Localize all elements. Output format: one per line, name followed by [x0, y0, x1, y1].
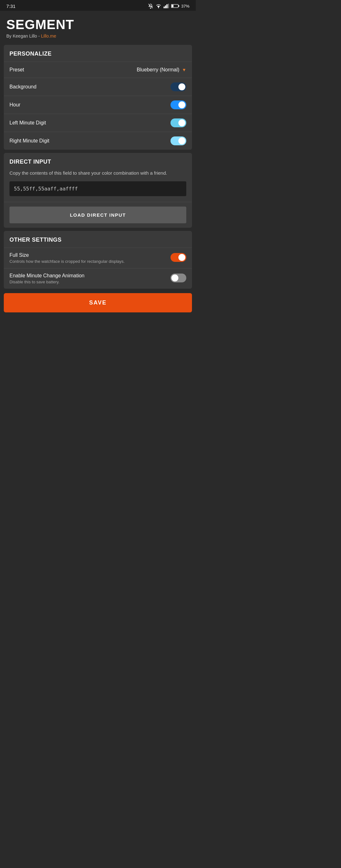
- mute-icon: [148, 3, 153, 9]
- right-minute-toggle-knob: [178, 137, 185, 144]
- background-toggle-knob: [178, 83, 185, 90]
- preset-value-text: Blueberry (Normal): [137, 67, 179, 73]
- svg-rect-1: [163, 7, 165, 8]
- status-time: 7:31: [6, 3, 16, 9]
- battery-text: 37%: [181, 4, 189, 8]
- right-minute-label: Right Minute Digit: [9, 138, 49, 144]
- load-direct-input-button[interactable]: LOAD DIRECT INPUT: [9, 207, 186, 223]
- left-minute-toggle[interactable]: [170, 119, 186, 127]
- svg-rect-4: [168, 4, 169, 8]
- signal-icon: [163, 3, 169, 8]
- app-header: SEGMENT By Keegan Lillo - Lillo.me: [0, 11, 196, 42]
- minute-anim-toggle[interactable]: [170, 274, 186, 282]
- minute-anim-toggle-knob: [172, 275, 178, 281]
- svg-rect-2: [165, 5, 166, 8]
- left-minute-row: Left Minute Digit: [4, 114, 192, 132]
- background-row: Background: [4, 78, 192, 96]
- preset-row[interactable]: Preset Blueberry (Normal) ▼: [4, 62, 192, 78]
- hour-row: Hour: [4, 96, 192, 114]
- direct-input-description: Copy the contents of this field to share…: [4, 169, 192, 181]
- minute-anim-row: Enable Minute Change Animation Disable t…: [4, 268, 192, 289]
- direct-input-card: DIRECT INPUT Copy the contents of this f…: [4, 153, 192, 228]
- minute-anim-label: Enable Minute Change Animation: [9, 273, 167, 279]
- full-size-toggle-knob: [178, 254, 185, 261]
- status-icons: 37%: [148, 3, 189, 9]
- full-size-text: Full Size Controls how the watchface is …: [9, 252, 167, 264]
- hour-toggle[interactable]: [170, 100, 186, 109]
- other-settings-title: OTHER SETTINGS: [4, 231, 192, 248]
- personalize-title: PERSONALIZE: [4, 45, 192, 62]
- personalize-card: PERSONALIZE Preset Blueberry (Normal) ▼ …: [4, 45, 192, 150]
- minute-anim-text: Enable Minute Change Animation Disable t…: [9, 273, 167, 284]
- full-size-label: Full Size: [9, 252, 167, 258]
- full-size-toggle[interactable]: [170, 253, 186, 262]
- left-minute-toggle-knob: [178, 119, 185, 126]
- right-minute-row: Right Minute Digit: [4, 132, 192, 150]
- hour-label: Hour: [9, 102, 21, 108]
- hour-toggle-knob: [178, 101, 185, 108]
- battery-icon: [171, 4, 179, 8]
- status-bar: 7:31 37%: [0, 0, 196, 11]
- wifi-icon: [155, 3, 162, 8]
- minute-anim-description: Disable this to save battery.: [9, 280, 167, 284]
- preset-label: Preset: [9, 67, 24, 73]
- full-size-description: Controls how the watchface is cropped fo…: [9, 259, 167, 264]
- app-title: SEGMENT: [6, 17, 189, 32]
- svg-rect-7: [172, 5, 173, 7]
- app-subtitle: By Keegan Lillo - Lillo.me: [6, 33, 189, 38]
- svg-rect-3: [166, 4, 168, 8]
- svg-rect-6: [178, 5, 179, 7]
- right-minute-toggle[interactable]: [170, 136, 186, 145]
- preset-value-container[interactable]: Blueberry (Normal) ▼: [137, 67, 186, 73]
- save-button[interactable]: SAVE: [4, 293, 192, 312]
- svg-point-0: [158, 7, 159, 8]
- background-toggle[interactable]: [170, 83, 186, 91]
- left-minute-label: Left Minute Digit: [9, 120, 46, 126]
- direct-input-title: DIRECT INPUT: [4, 153, 192, 169]
- background-label: Background: [9, 84, 36, 90]
- divider: [4, 202, 192, 202]
- direct-input-field[interactable]: [9, 181, 186, 196]
- chevron-down-icon: ▼: [182, 67, 186, 72]
- full-size-row: Full Size Controls how the watchface is …: [4, 248, 192, 268]
- subtitle-link[interactable]: Lillo.me: [41, 33, 56, 38]
- subtitle-text: By Keegan Lillo -: [6, 33, 41, 38]
- other-settings-card: OTHER SETTINGS Full Size Controls how th…: [4, 231, 192, 289]
